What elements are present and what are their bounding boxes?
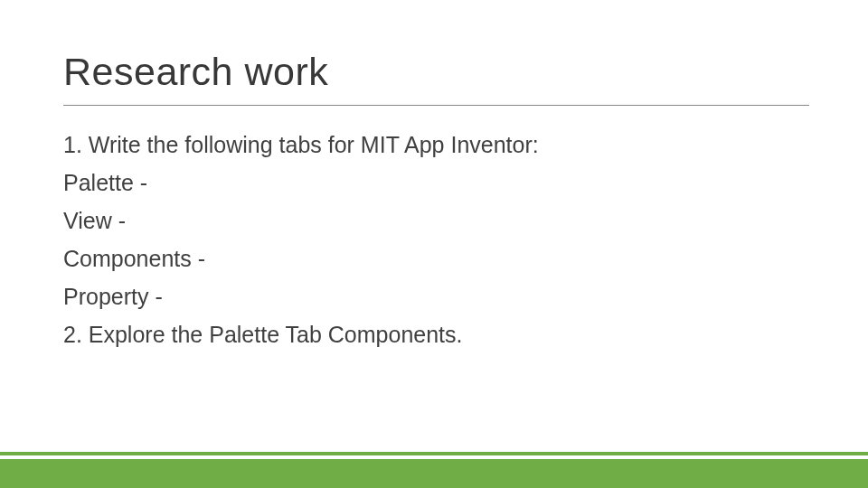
body-line-6: 2. Explore the Palette Tab Components. [63,315,809,353]
slide-body: 1. Write the following tabs for MIT App … [63,126,809,353]
slide: Research work 1. Write the following tab… [0,0,868,488]
body-line-5: Property - [63,277,809,315]
body-line-3: View - [63,202,809,239]
body-line-4: Components - [63,239,809,277]
slide-title: Research work [63,50,809,106]
body-line-1: 1. Write the following tabs for MIT App … [63,126,809,164]
footer-accent-bar [0,459,868,488]
body-line-2: Palette - [63,164,809,202]
